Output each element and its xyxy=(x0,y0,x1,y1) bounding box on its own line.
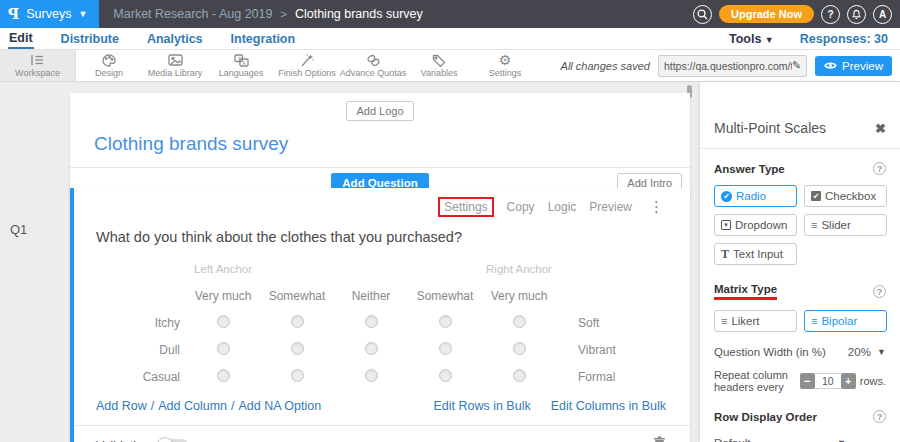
help-icon[interactable]: ? xyxy=(873,410,886,423)
eye-icon xyxy=(824,61,837,70)
tab-analytics[interactable]: Analytics xyxy=(146,30,204,48)
avatar[interactable]: A xyxy=(873,5,892,24)
tab-distribute[interactable]: Distribute xyxy=(60,30,120,48)
link-separator: / xyxy=(231,399,234,413)
chevron-down-icon[interactable]: ▼ xyxy=(877,347,886,357)
radio-button[interactable] xyxy=(513,315,526,328)
add-na-option-link[interactable]: Add NA Option xyxy=(239,399,322,413)
edit-columns-in-bulk-link[interactable]: Edit Columns in Bulk xyxy=(551,399,666,413)
radio-button[interactable] xyxy=(291,342,304,355)
radio-button[interactable] xyxy=(217,369,230,382)
question-width-value[interactable]: 20% xyxy=(848,346,871,358)
dropdown-icon: ▼ xyxy=(721,220,731,230)
text-cursor-icon: T xyxy=(721,247,729,262)
toolbar-item-settings[interactable]: ⚙ Settings xyxy=(472,50,538,81)
answer-type-text-input[interactable]: TText Input xyxy=(714,243,797,265)
bell-icon xyxy=(851,9,862,20)
add-column-link[interactable]: Add Column xyxy=(158,399,227,413)
delete-question-button[interactable] xyxy=(653,436,666,442)
toolbar-item-advance-quotas[interactable]: Advance Quotas xyxy=(340,50,406,81)
radio-button[interactable] xyxy=(365,315,378,328)
radio-button[interactable] xyxy=(365,369,378,382)
question-settings-link[interactable]: Settings xyxy=(438,197,493,217)
settings-sidebar: Multi-Point Scales ✖ Answer Type ? ✔Radi… xyxy=(700,82,900,442)
answer-type-checkbox[interactable]: ✔Checkbox xyxy=(804,185,887,207)
toolbar-item-finish-options[interactable]: Finish Options xyxy=(274,50,340,81)
top-bar: P Surveys ▼ Market Research - Aug 2019 >… xyxy=(0,0,900,28)
upgrade-now-button[interactable]: Upgrade Now xyxy=(719,5,814,23)
chevron-down-icon: ▼ xyxy=(837,438,846,442)
question-number-label: Q1 xyxy=(10,222,27,237)
more-options-icon[interactable]: ⋮ xyxy=(649,198,664,216)
radio-button[interactable] xyxy=(291,369,304,382)
surveys-menu[interactable]: P Surveys ▼ xyxy=(0,0,99,28)
answer-type-dropdown[interactable]: ▼Dropdown xyxy=(714,214,797,236)
increment-button[interactable]: + xyxy=(841,373,856,389)
add-row-link[interactable]: Add Row xyxy=(96,399,147,413)
answer-type-options: ✔Radio ✔Checkbox ▼Dropdown ≡Slider TText… xyxy=(714,185,886,265)
toolbar-item-media-library[interactable]: Media Library xyxy=(142,50,208,81)
tag-icon xyxy=(432,53,446,67)
breadcrumb: Market Research - Aug 2019 > Clothing br… xyxy=(113,7,422,21)
radio-button[interactable] xyxy=(513,342,526,355)
breadcrumb-current: Clothing brands survey xyxy=(295,7,423,21)
breadcrumb-parent[interactable]: Market Research - Aug 2019 xyxy=(113,7,272,21)
radio-button[interactable] xyxy=(439,315,452,328)
question-logic-link[interactable]: Logic xyxy=(548,200,577,214)
edit-rows-in-bulk-link[interactable]: Edit Rows in Bulk xyxy=(433,399,530,413)
toolbar-item-workspace[interactable]: Workspace xyxy=(0,50,76,81)
survey-title[interactable]: Clothing brands survey xyxy=(94,133,690,155)
radio-button[interactable] xyxy=(439,369,452,382)
chevron-down-icon: ▼ xyxy=(765,35,774,45)
question-width-row: Question Width (in %) 20% ▼ xyxy=(714,346,886,358)
column-header: Very much xyxy=(186,282,260,309)
toolbar-item-variables[interactable]: Variables xyxy=(406,50,472,81)
radio-button[interactable] xyxy=(217,315,230,328)
search-button[interactable] xyxy=(693,5,712,24)
toolbar-item-design[interactable]: Design xyxy=(76,50,142,81)
decrement-button[interactable]: − xyxy=(800,373,815,389)
radio-button[interactable] xyxy=(365,342,378,355)
help-icon[interactable]: ? xyxy=(873,285,886,298)
answer-type-label: Answer Type xyxy=(714,163,785,175)
question-preview-link[interactable]: Preview xyxy=(589,200,632,214)
preview-button[interactable]: Preview xyxy=(815,56,892,76)
toolbar-item-languages[interactable]: 文A Languages xyxy=(208,50,274,81)
radio-button[interactable] xyxy=(439,342,452,355)
sidebar-title: Multi-Point Scales xyxy=(714,120,826,136)
matrix-type-likert[interactable]: ≡Likert xyxy=(714,310,797,332)
column-header: Somewhat xyxy=(408,282,482,309)
close-icon[interactable]: ✖ xyxy=(875,121,886,136)
help-button[interactable]: ? xyxy=(821,5,840,24)
chain-links-icon xyxy=(366,53,381,67)
tab-integration[interactable]: Integration xyxy=(230,30,297,48)
matrix-row: Itchy Soft xyxy=(74,309,616,336)
tab-edit[interactable]: Edit xyxy=(8,29,34,49)
search-icon xyxy=(697,9,708,20)
help-icon[interactable]: ? xyxy=(873,162,886,175)
survey-url-input[interactable] xyxy=(664,60,792,72)
bipolar-matrix: Left Anchor Right Anchor Very much Somew… xyxy=(74,255,616,390)
question-text[interactable]: What do you think about the clothes that… xyxy=(96,229,690,245)
notifications-button[interactable] xyxy=(847,5,866,24)
row-display-order-select[interactable]: Default ▼ xyxy=(714,437,886,442)
matrix-type-bipolar[interactable]: ≡Bipolar xyxy=(804,310,887,332)
radio-button[interactable] xyxy=(217,342,230,355)
answer-type-slider[interactable]: ≡Slider xyxy=(804,214,887,236)
radio-button[interactable] xyxy=(291,315,304,328)
answer-type-radio[interactable]: ✔Radio xyxy=(714,185,797,207)
responses-count[interactable]: Responses: 30 xyxy=(800,32,888,46)
tools-menu[interactable]: Tools ▼ xyxy=(729,32,774,46)
matrix-links-row: Add Row / Add Column / Add NA Option Edi… xyxy=(74,399,690,413)
question-action-menu: Settings Copy Logic Preview ⋮ xyxy=(74,188,690,217)
survey-url-field[interactable]: ✎ xyxy=(658,55,807,77)
row-right-label: Soft xyxy=(556,309,616,336)
bipolar-icon: ≡ xyxy=(811,315,817,327)
edit-pencil-icon[interactable]: ✎ xyxy=(792,59,801,72)
question-copy-link[interactable]: Copy xyxy=(507,200,535,214)
repeat-headers-input[interactable] xyxy=(815,373,841,389)
repeat-headers-stepper: − + xyxy=(800,373,856,389)
radio-button[interactable] xyxy=(513,369,526,382)
column-header: Very much xyxy=(482,282,556,309)
add-logo-button[interactable]: Add Logo xyxy=(346,101,413,121)
